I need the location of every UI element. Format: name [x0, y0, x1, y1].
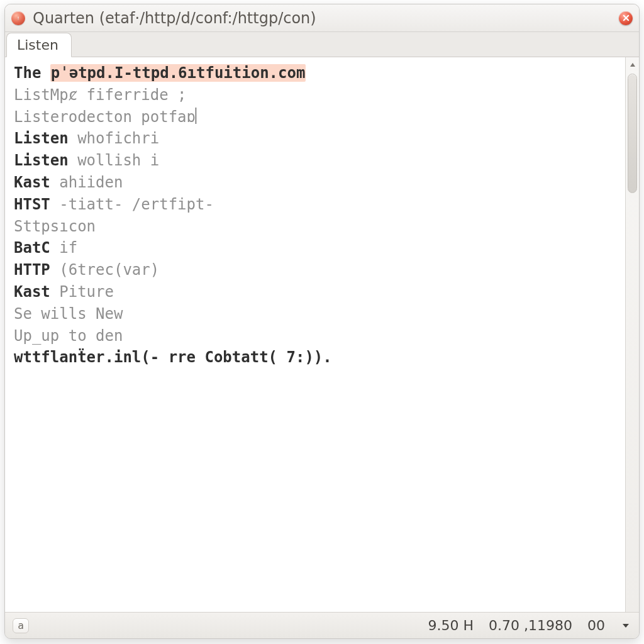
editor-line: wttflanẗer.inl(- rre Cobtatt( 7:)).: [14, 347, 619, 369]
titlebar: Quarten (etaf·/http/d/conf:/httgp/con): [5, 4, 639, 32]
editor-line: Kast Piture: [14, 281, 619, 303]
editor-line: ListMpȼ fiferride ;: [14, 84, 619, 106]
statusbar-field-1: 9.50 H: [428, 618, 474, 633]
editor-line: HTTP (6trec(var): [14, 259, 619, 281]
editor-line: HTST -tiatt- /ertfipt-: [14, 194, 619, 216]
editor-line: Listen whofichri: [14, 128, 619, 150]
statusbar-menu-button[interactable]: [620, 620, 631, 631]
tab-listen[interactable]: Listen: [6, 33, 72, 57]
alert-icon: [11, 11, 25, 25]
scroll-up-icon[interactable]: [626, 58, 639, 71]
text-editor[interactable]: The pˈətpd.I-ttpd.6ıtfuition.comListMpȼ …: [5, 57, 625, 612]
close-icon: [623, 14, 630, 21]
window-title: Quarten (etaf·/http/d/conf:/httgp/con): [31, 9, 613, 27]
chevron-down-icon: [622, 622, 630, 630]
editor-line: Listerodecton potfaɒ: [14, 106, 619, 128]
statusbar-field-2: 0.70 ,11980: [489, 618, 572, 633]
text-caret: [196, 108, 196, 124]
statusbar-field-3: 00: [587, 618, 605, 633]
status-bar: a 9.50 H 0.70 ,11980 00: [5, 612, 639, 638]
editor-line: The pˈətpd.I-ttpd.6ıtfuition.com: [14, 62, 619, 84]
vertical-scrollbar[interactable]: [625, 57, 639, 612]
editor-line: BatC if: [14, 237, 619, 259]
scroll-thumb[interactable]: [628, 74, 637, 193]
close-button[interactable]: [619, 11, 633, 25]
editor-window: Quarten (etaf·/http/d/conf:/httgp/con) L…: [4, 4, 640, 639]
tab-bar: Listen: [5, 32, 639, 57]
editor-line: Up_up to den: [14, 325, 619, 347]
editor-line: Listen wollish i: [14, 150, 619, 172]
statusbar-mode-button[interactable]: a: [13, 618, 29, 633]
editor-line: Sttpsıcon: [14, 216, 619, 238]
editor-line: Kast ahiiden: [14, 172, 619, 194]
editor-area: The pˈətpd.I-ttpd.6ıtfuition.comListMpȼ …: [5, 57, 639, 612]
editor-line: Se wills New: [14, 303, 619, 325]
